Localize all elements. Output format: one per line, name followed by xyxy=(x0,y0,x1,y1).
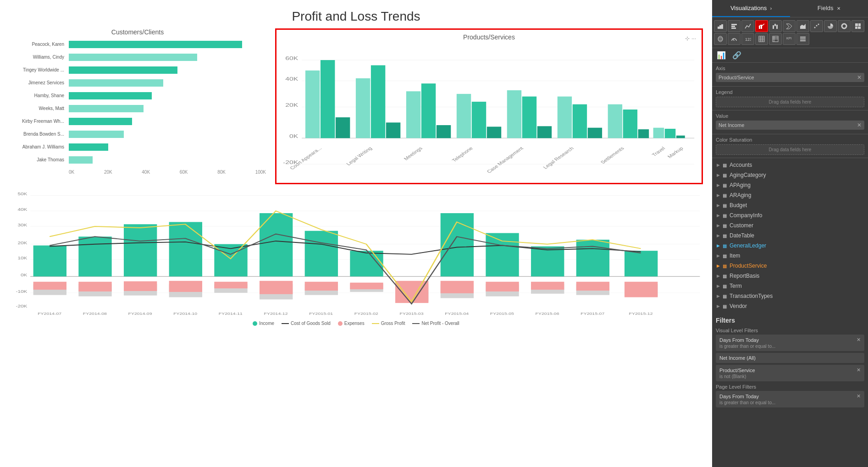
expenses-dot xyxy=(338,321,343,326)
gross-profit-line xyxy=(372,323,379,324)
field-expand-icon: ▶ xyxy=(717,284,720,288)
value-remove-btn[interactable]: ✕ xyxy=(857,122,862,128)
field-item-transactiontypes[interactable]: ▶ ▦ TransactionTypes xyxy=(712,291,868,301)
color-saturation-label: Color Saturation xyxy=(716,137,864,143)
svg-rect-151 xyxy=(800,40,806,41)
svg-rect-97 xyxy=(625,251,658,276)
svg-rect-13 xyxy=(356,78,370,138)
field-item-budget[interactable]: ▶ ▦ Budget xyxy=(712,200,868,210)
viz-table-btn[interactable] xyxy=(755,33,768,45)
svg-marker-125 xyxy=(786,24,792,29)
filter-card-page-days[interactable]: Days From Today ✕ is greater than or equ… xyxy=(716,391,864,407)
field-item-apaging[interactable]: ▶ ▦ APAging xyxy=(712,180,868,190)
link-icon-btn[interactable]: 🔗 xyxy=(731,50,742,60)
field-item-companyinfo[interactable]: ▶ ▦ CompanyInfo xyxy=(712,210,868,220)
visualizations-tab-arrow: › xyxy=(770,6,772,11)
field-item-productservice[interactable]: ▶ ▦ ProductService xyxy=(712,261,868,271)
field-item-vendor[interactable]: ▶ ▦ Vendor xyxy=(712,301,868,311)
svg-rect-19 xyxy=(457,94,471,138)
table-icon: ▦ xyxy=(723,213,727,218)
svg-text:60K: 60K xyxy=(285,55,298,61)
viz-card-btn[interactable]: 123 xyxy=(741,33,754,45)
filter-card-product-service[interactable]: Product/Service ✕ is not (Blank) xyxy=(716,365,864,381)
filter-remove-btn[interactable]: ✕ xyxy=(857,367,861,373)
svg-rect-69 xyxy=(169,281,202,292)
viz-bar-btn[interactable] xyxy=(728,20,741,32)
filter-remove-btn[interactable]: ✕ xyxy=(857,337,861,343)
field-item-datetable[interactable]: ▶ ▦ DateTable xyxy=(712,231,868,241)
main-content: Profit and Loss Trends Customers/Clients… xyxy=(0,0,712,467)
products-chart-inner: Products/Services ⊹ ··· 60K 40K 20K 0K -… xyxy=(280,33,698,179)
svg-rect-117 xyxy=(731,24,737,25)
viz-slicer-btn[interactable] xyxy=(796,33,809,45)
filter-remove-btn[interactable]: ✕ xyxy=(857,393,861,399)
svg-text:Case Management: Case Management xyxy=(486,146,525,174)
viz-combo-btn[interactable] xyxy=(755,20,768,32)
table-icon: ▦ xyxy=(723,304,727,309)
page-title: Profit and Loss Trends xyxy=(0,0,712,28)
axis-label: Axis xyxy=(716,66,864,71)
svg-rect-78 xyxy=(305,282,338,291)
field-item-accounts[interactable]: ▶ ▦ Accounts xyxy=(712,160,868,170)
viz-donut-btn[interactable] xyxy=(838,20,851,32)
field-item-reportbasis[interactable]: ▶ ▦ ReportBasis xyxy=(712,271,868,281)
axis-field-tag[interactable]: Product/Service ✕ xyxy=(716,73,864,82)
filter-card-days-from-today[interactable]: Days From Today ✕ is greater than or equ… xyxy=(716,335,864,351)
value-field-tag[interactable]: Net Income ✕ xyxy=(716,121,864,130)
svg-text:Markup: Markup xyxy=(666,146,684,159)
legend-gross-profit: Gross Profit xyxy=(372,321,405,326)
svg-rect-15 xyxy=(386,122,400,138)
svg-text:40K: 40K xyxy=(17,208,27,212)
color-saturation-section: Color Saturation Drag data fields here xyxy=(712,134,868,158)
viz-stacked-bar-btn[interactable] xyxy=(714,20,727,32)
svg-rect-33 xyxy=(676,136,685,138)
viz-matrix-btn[interactable] xyxy=(769,33,782,45)
field-expand-icon: ▶ xyxy=(717,294,720,298)
svg-rect-14 xyxy=(371,65,385,138)
table-icon: ▦ xyxy=(723,274,727,279)
filter-card-net-income[interactable]: Net Income (All) xyxy=(716,353,864,363)
svg-text:Legal Writing: Legal Writing xyxy=(345,146,373,166)
field-item-customer[interactable]: ▶ ▦ Customer xyxy=(712,220,868,231)
viz-map-btn[interactable] xyxy=(714,33,727,45)
tab-fields[interactable]: Fields ✕ xyxy=(790,0,868,17)
viz-pie-btn[interactable] xyxy=(824,20,837,32)
field-item-item[interactable]: ▶ ▦ Item xyxy=(712,251,868,261)
table-row: Jimenez Services xyxy=(69,78,266,88)
viz-kpi-btn[interactable]: KPI xyxy=(783,33,796,45)
svg-text:FY2015-01: FY2015-01 xyxy=(309,312,333,315)
field-item-araging[interactable]: ▶ ▦ ARAging xyxy=(712,190,868,200)
svg-text:123: 123 xyxy=(745,37,751,42)
svg-rect-96 xyxy=(576,282,609,291)
axis-section: Axis Product/Service ✕ xyxy=(712,63,868,87)
axis-remove-btn[interactable]: ✕ xyxy=(857,74,862,81)
viz-gauge-btn[interactable] xyxy=(728,33,741,45)
svg-rect-88 xyxy=(486,233,519,277)
viz-treemap-btn[interactable] xyxy=(851,20,864,32)
tab-visualizations[interactable]: Visualizations › xyxy=(712,0,790,17)
svg-text:Settlements: Settlements xyxy=(599,146,625,165)
pin-icon[interactable]: ⊹ xyxy=(685,35,690,42)
viz-area-btn[interactable] xyxy=(796,20,809,32)
svg-text:20K: 20K xyxy=(17,241,27,245)
ellipsis-icon[interactable]: ··· xyxy=(691,35,696,42)
svg-text:FY2014-10: FY2014-10 xyxy=(173,312,197,315)
svg-text:-10K: -10K xyxy=(16,289,27,293)
svg-rect-22 xyxy=(507,90,521,138)
table-icon: ▦ xyxy=(723,253,727,258)
chart-icon-btn[interactable]: 📊 xyxy=(716,50,727,60)
svg-rect-115 xyxy=(719,25,721,29)
bar-fill xyxy=(69,41,242,48)
table-icon: ▦ xyxy=(723,233,727,238)
svg-point-130 xyxy=(842,24,846,28)
viz-line-btn[interactable] xyxy=(741,20,754,32)
field-item-agingcategory[interactable]: ▶ ▦ AgingCategory xyxy=(712,170,868,180)
field-item-generalledger[interactable]: ▶ ▦ GeneralLedger xyxy=(712,241,868,251)
svg-text:Telephone: Telephone xyxy=(451,146,474,163)
viz-ribbon-btn[interactable] xyxy=(783,20,796,32)
svg-point-128 xyxy=(816,25,818,27)
field-item-term[interactable]: ▶ ▦ Term xyxy=(712,281,868,291)
viz-waterfall-btn[interactable] xyxy=(769,20,782,32)
products-chart: Products/Services ⊹ ··· 60K 40K 20K 0K -… xyxy=(275,28,703,184)
viz-scatter-btn[interactable] xyxy=(810,20,823,32)
